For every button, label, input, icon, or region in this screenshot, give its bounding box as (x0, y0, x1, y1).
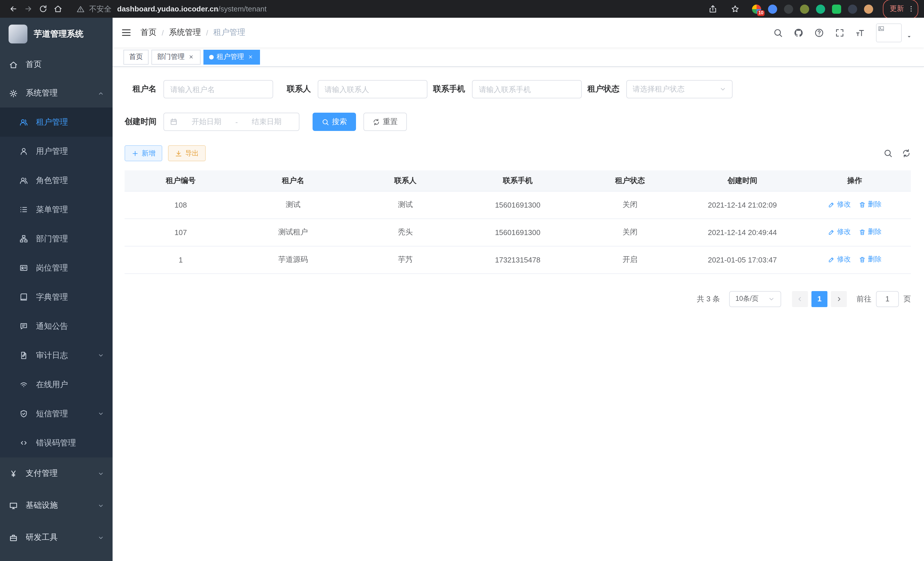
extension-wheel-icon[interactable]: 10 (752, 4, 761, 14)
export-button[interactable]: 导出 (168, 145, 206, 161)
sidebar-item-infra[interactable]: 基础设施 (0, 490, 112, 522)
bookmark-star-icon[interactable] (728, 2, 742, 16)
chevron-down-icon (98, 411, 104, 417)
tenant-status-select[interactable]: 请选择租户状态 (626, 80, 733, 98)
edit-link[interactable]: 修改 (828, 255, 850, 265)
breadcrumb-item[interactable]: 首页 (141, 27, 157, 38)
header-search-icon[interactable] (773, 28, 783, 38)
filter-create-time: 创建时间 开始日期 - 结束日期 (124, 113, 299, 131)
edit-link[interactable]: 修改 (828, 200, 850, 210)
tab-tenant[interactable]: 租户管理 (203, 50, 260, 64)
filter-contact: 联系人 (279, 80, 428, 98)
chevron-down-icon (98, 502, 104, 509)
goto-input[interactable] (876, 291, 899, 307)
delete-link[interactable]: 删除 (859, 200, 881, 210)
browser-actions: 10 更新 (705, 0, 918, 19)
browser-menu-icon[interactable] (907, 2, 915, 16)
extension-navy-icon[interactable] (848, 4, 857, 14)
address-bar[interactable]: 不安全 dashboard.yudao.iocoder.cn/system/te… (76, 4, 267, 14)
column-header: 操作 (799, 170, 911, 191)
sidebar-item-dept[interactable]: 部门管理 (0, 224, 112, 253)
help-icon[interactable] (814, 28, 824, 38)
user-avatar[interactable] (876, 23, 902, 42)
cell-id: 1 (124, 246, 237, 273)
sidebar-toggle-icon[interactable] (121, 27, 131, 38)
user-menu-caret-icon[interactable] (906, 33, 913, 42)
sidebar-item-tenant[interactable]: 租户管理 (0, 108, 112, 137)
sidebar-item-dev-tools[interactable]: 研发工具 (0, 522, 112, 553)
sidebar-item-notice[interactable]: 通知公告 (0, 312, 112, 341)
extension-blue-icon[interactable] (768, 4, 777, 14)
edit-link[interactable]: 修改 (828, 227, 850, 237)
filter-tenant-name: 租户名 (124, 80, 273, 98)
create-time-range[interactable]: 开始日期 - 结束日期 (164, 113, 299, 131)
contact-input[interactable] (318, 80, 428, 98)
browser-forward-icon[interactable] (21, 2, 35, 16)
add-button[interactable]: 新增 (124, 145, 162, 161)
sidebar-item-error-code[interactable]: 错误码管理 (0, 428, 112, 457)
sidebar-item-label: 研发工具 (26, 532, 58, 543)
delete-link[interactable]: 删除 (859, 255, 881, 265)
close-icon[interactable] (188, 53, 195, 61)
logo-title: 芋道管理系统 (34, 29, 83, 39)
search-button[interactable]: 搜索 (313, 113, 356, 131)
share-icon[interactable] (705, 2, 720, 16)
sidebar-item-system[interactable]: 系统管理 (0, 79, 112, 108)
next-page-button[interactable] (831, 291, 847, 307)
contact-label: 联系人 (279, 84, 318, 94)
edit-icon (828, 229, 835, 236)
sidebar-item-sms[interactable]: 短信管理 (0, 399, 112, 428)
extension-green-circle-icon[interactable] (816, 4, 825, 14)
extension-badge: 10 (757, 10, 765, 16)
breadcrumb-separator: / (206, 28, 208, 37)
column-header: 联系人 (349, 170, 461, 191)
page-size-select[interactable]: 10条/页 (729, 291, 781, 307)
sidebar-item-online-user[interactable]: 在线用户 (0, 370, 112, 399)
font-size-icon[interactable] (855, 28, 865, 38)
status-placeholder: 请选择租户状态 (633, 84, 685, 94)
reset-button[interactable]: 重置 (363, 113, 407, 131)
fullscreen-icon[interactable] (835, 28, 844, 38)
browser-back-icon[interactable] (6, 2, 21, 16)
update-button[interactable]: 更新 (883, 0, 918, 19)
extension-tan-icon[interactable] (864, 4, 873, 14)
page-1-button[interactable]: 1 (812, 291, 827, 307)
mobile-input[interactable] (472, 80, 582, 98)
extension-olive-icon[interactable] (800, 4, 809, 14)
tab-label: 部门管理 (157, 52, 184, 62)
tenant-name-input[interactable] (164, 80, 273, 98)
extension-dark-circle-icon[interactable] (784, 4, 793, 14)
sidebar-item-audit-log[interactable]: 审计日志 (0, 341, 112, 370)
tab-home[interactable]: 首页 (123, 50, 148, 64)
github-icon[interactable] (794, 28, 803, 38)
filter-row-2: 创建时间 开始日期 - 结束日期 搜索 重置 (124, 113, 911, 131)
toggle-search-icon[interactable] (884, 149, 892, 158)
prev-page-button[interactable] (792, 291, 808, 307)
cell-mobile: 15601691300 (461, 191, 574, 218)
column-header: 联系手机 (461, 170, 574, 191)
browser-reload-icon[interactable] (35, 2, 50, 16)
logo[interactable]: 芋道管理系统 (0, 18, 112, 50)
sidebar-item-home[interactable]: 首页 (0, 50, 112, 79)
refresh-table-icon[interactable] (902, 149, 911, 158)
sidebar-item-label: 租户管理 (36, 117, 68, 127)
sidebar-item-dict[interactable]: 字典管理 (0, 283, 112, 312)
table-row: 107测试租户秃头15601691300关闭2021-12-14 20:49:4… (124, 218, 911, 246)
browser-home-icon[interactable] (50, 2, 65, 16)
sidebar-item-pay[interactable]: 支付管理 (0, 457, 112, 490)
sidebar-item-menu[interactable]: 菜单管理 (0, 195, 112, 224)
wifi-icon (19, 380, 28, 389)
sidebar-item-label: 菜单管理 (36, 205, 68, 215)
close-icon[interactable] (247, 53, 254, 61)
sidebar-item-user[interactable]: 用户管理 (0, 137, 112, 166)
tab-label: 租户管理 (217, 52, 244, 62)
sidebar-item-label: 短信管理 (36, 409, 68, 419)
sidebar-item-post[interactable]: 岗位管理 (0, 253, 112, 283)
tab-dept[interactable]: 部门管理 (152, 50, 201, 64)
sidebar-item-role[interactable]: 角色管理 (0, 166, 112, 195)
extensions: 10 (752, 4, 873, 14)
delete-link[interactable]: 删除 (859, 227, 881, 237)
sidebar-menu: 首页系统管理租户管理用户管理角色管理菜单管理部门管理岗位管理字典管理通知公告审计… (0, 50, 112, 553)
extension-green-square-icon[interactable] (832, 4, 841, 14)
breadcrumb-item[interactable]: 系统管理 (169, 27, 201, 38)
